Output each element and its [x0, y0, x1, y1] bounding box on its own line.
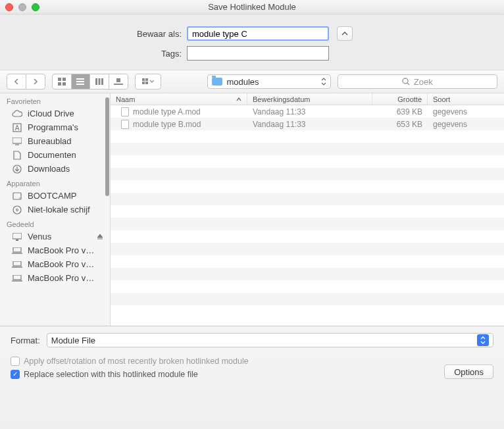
sidebar-item[interactable]: Venus	[0, 230, 110, 243]
sidebar-item[interactable]: MacBook Pro v…	[0, 271, 110, 285]
sidebar-scrollbar[interactable]	[105, 97, 109, 196]
nav-back-forward	[7, 74, 45, 89]
chevron-up-icon	[341, 32, 348, 36]
apps-icon: A	[12, 123, 22, 132]
svg-rect-6	[76, 84, 84, 85]
table-row	[111, 305, 504, 318]
file-kind: gegevens	[428, 120, 504, 129]
laptop-icon	[12, 275, 22, 282]
collapse-button[interactable]	[337, 26, 353, 41]
table-row	[111, 243, 504, 255]
table-row[interactable]: module type A.modVandaag 11:33639 KBgege…	[111, 105, 504, 118]
sidebar-item[interactable]: Documenten	[0, 148, 110, 162]
table-row	[111, 205, 504, 218]
svg-rect-11	[114, 84, 123, 85]
svg-rect-5	[76, 81, 84, 82]
sidebar-item[interactable]: BOOTCAMP	[0, 189, 110, 203]
doc-icon	[12, 151, 22, 160]
view-list-button[interactable]	[72, 74, 91, 89]
maximize-icon[interactable]	[32, 3, 39, 11]
hdd-icon	[12, 192, 22, 200]
svg-rect-10	[116, 78, 120, 82]
column-date[interactable]: Bewerkingsdatum	[247, 93, 372, 105]
sort-caret-icon	[236, 97, 241, 101]
view-coverflow-button[interactable]	[109, 74, 128, 89]
sidebar-section-header: Favorieten	[0, 93, 110, 107]
sidebar-item-label: Niet-lokale schijf	[28, 205, 90, 214]
svg-rect-12	[142, 78, 145, 81]
table-row	[111, 230, 504, 243]
arrange-menu[interactable]	[135, 74, 161, 89]
sidebar-item-label: MacBook Pro v…	[28, 273, 94, 283]
updown-icon	[321, 78, 326, 86]
view-columns-button[interactable]	[90, 74, 109, 89]
format-value: Module File	[51, 336, 95, 345]
save-as-label: Bewaar als:	[0, 29, 187, 39]
sidebar-item[interactable]: Niet-lokale schijf	[0, 203, 110, 216]
save-as-input[interactable]	[187, 26, 329, 41]
chevron-left-icon	[14, 78, 19, 85]
svg-rect-4	[76, 78, 84, 80]
columns-icon	[95, 78, 103, 85]
save-form: Bewaar als: Tags:	[0, 14, 504, 70]
desktop-icon	[12, 138, 22, 145]
svg-rect-13	[145, 78, 148, 81]
view-mode-segmented	[52, 74, 128, 89]
table-row[interactable]: module type B.modVandaag 11:33653 KBgege…	[111, 118, 504, 130]
svg-rect-1	[63, 78, 66, 81]
table-row	[111, 180, 504, 193]
svg-rect-2	[58, 82, 61, 86]
svg-rect-27	[13, 233, 22, 239]
folder-popup[interactable]: modules	[207, 74, 330, 89]
eject-icon[interactable]	[97, 234, 103, 240]
coverflow-icon	[114, 78, 123, 85]
laptop-icon	[12, 247, 22, 254]
sidebar-item-label: BOOTCAMP	[28, 191, 76, 201]
file-date: Vandaag 11:33	[247, 107, 372, 116]
svg-point-16	[403, 78, 408, 84]
sidebar-item-label: iCloud Drive	[28, 109, 74, 118]
svg-rect-8	[99, 78, 101, 85]
sidebar-item-label: Programma's	[28, 122, 78, 132]
table-row	[111, 255, 504, 268]
grid-icon	[58, 78, 66, 86]
svg-text:A: A	[15, 124, 20, 132]
sidebar-item[interactable]: MacBook Pro v…	[0, 257, 110, 271]
tags-input[interactable]	[187, 46, 329, 61]
file-date: Vandaag 11:33	[247, 120, 372, 129]
svg-rect-28	[16, 240, 18, 241]
options-button[interactable]: Options	[444, 365, 493, 379]
search-placeholder: Zoek	[414, 77, 433, 87]
window-title: Save Hotlinked Module	[208, 2, 296, 12]
nav-forward-button[interactable]	[26, 74, 45, 89]
search-field[interactable]: Zoek	[338, 74, 497, 89]
column-name[interactable]: Naam	[111, 93, 247, 105]
nav-back-button[interactable]	[7, 74, 26, 89]
folder-icon	[212, 78, 222, 86]
traffic-lights	[5, 3, 39, 11]
browser-split: FavorieteniCloud DriveAProgramma'sBureau…	[0, 93, 504, 326]
sidebar-item-label: MacBook Pro v…	[28, 259, 94, 269]
sidebar-item[interactable]: MacBook Pro v…	[0, 243, 110, 257]
close-icon[interactable]	[5, 3, 13, 11]
folder-name: modules	[226, 77, 259, 87]
sidebar-item[interactable]: iCloud Drive	[0, 107, 110, 120]
sidebar-item[interactable]: Bureaublad	[0, 134, 110, 148]
svg-rect-7	[95, 78, 97, 85]
sidebar-item-label: Downloads	[28, 164, 70, 174]
sidebar-item-label: Venus	[28, 232, 51, 241]
view-icons-button[interactable]	[53, 74, 72, 89]
column-headers: Naam Bewerkingsdatum Grootte Soort	[111, 93, 504, 105]
column-kind[interactable]: Soort	[428, 93, 504, 105]
svg-rect-9	[101, 78, 103, 85]
column-size[interactable]: Grootte	[372, 93, 428, 105]
svg-rect-14	[142, 82, 145, 84]
sidebar-item[interactable]: Downloads	[0, 162, 110, 176]
file-size: 653 KB	[372, 120, 428, 129]
file-kind: gegevens	[428, 107, 504, 116]
list-icon	[76, 78, 84, 85]
sidebar-item[interactable]: AProgramma's	[0, 120, 110, 134]
titlebar: Save Hotlinked Module	[0, 0, 504, 14]
tags-label: Tags:	[0, 49, 187, 59]
format-select[interactable]: Module File	[47, 333, 493, 347]
